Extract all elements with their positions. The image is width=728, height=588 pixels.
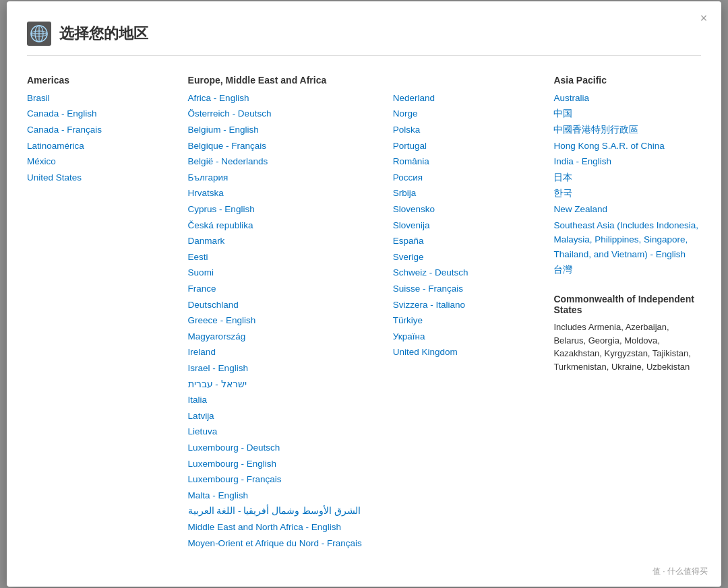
americas-heading: Americas (27, 75, 175, 86)
japan-link[interactable]: 日本 (553, 172, 572, 183)
schweiz-deutsch-link[interactable]: Schweiz - Deutsch (393, 267, 468, 277)
canada-francais-link[interactable]: Canada - Français (27, 125, 102, 135)
list-item: United Kingdom (393, 345, 541, 360)
cis-heading: Commonwealth of Independent States (553, 294, 701, 315)
turkiye-link[interactable]: Türkiye (393, 315, 423, 325)
list-item: Australia (553, 91, 701, 106)
emea-heading: Europe, Middle East and Africa (188, 75, 380, 86)
list-item: Greece - English (188, 313, 380, 328)
italia-link[interactable]: Italia (188, 395, 208, 405)
mena-english-link[interactable]: Middle East and North Africa - English (188, 522, 341, 532)
list-item: الشرق الأوسط وشمال أفريقيا - اللغة العرب… (188, 504, 380, 519)
list-item: Latinoamérica (27, 139, 175, 154)
osterreich-link[interactable]: Österreich - Deutsch (188, 108, 272, 119)
cis-description: Includes Armenia, Azerbaijan, Belarus, G… (553, 321, 701, 373)
modal: 选择您的地区 × Americas Brasil Canada - Englis… (7, 1, 721, 587)
greece-english-link[interactable]: Greece - English (188, 315, 256, 325)
suomi-link[interactable]: Suomi (188, 267, 214, 277)
france-link[interactable]: France (188, 284, 216, 294)
bulgaria-link[interactable]: България (188, 172, 229, 183)
china-hk-traditional-link[interactable]: 中國香港特別行政區 (553, 125, 638, 135)
latvija-link[interactable]: Latvija (188, 411, 214, 421)
list-item: Belgique - Français (188, 139, 380, 154)
sverige-link[interactable]: Sverige (393, 252, 424, 262)
suisse-francais-link[interactable]: Suisse - Français (393, 284, 463, 294)
list-item: România (393, 154, 541, 169)
list-item: 한국 (553, 186, 701, 201)
svizzera-italiano-link[interactable]: Svizzera - Italiano (393, 300, 465, 310)
belgium-english-link[interactable]: Belgium - English (188, 125, 259, 135)
africa-english-link[interactable]: Africa - English (188, 93, 249, 103)
close-button[interactable]: × (697, 12, 710, 26)
united-kingdom-link[interactable]: United Kingdom (393, 347, 458, 357)
eesti-link[interactable]: Eesti (188, 252, 208, 262)
list-item: Norge (393, 106, 541, 121)
list-item: ישראל - עברית (188, 377, 380, 392)
korea-link[interactable]: 한국 (553, 188, 572, 198)
emea-column: Europe, Middle East and Africa Africa - … (188, 75, 393, 566)
slovensko-link[interactable]: Slovensko (393, 204, 435, 214)
list-item: Portugal (393, 139, 541, 154)
cyprus-english-link[interactable]: Cyprus - English (188, 204, 255, 214)
danmark-link[interactable]: Danmark (188, 236, 225, 246)
mena-arabic-link[interactable]: الشرق الأوسط وشمال أفريقيا - اللغة العرب… (188, 504, 380, 519)
ukraina-link[interactable]: Україна (393, 331, 425, 341)
taiwan-link[interactable]: 台灣 (553, 265, 572, 275)
content-columns: Americas Brasil Canada - English Canada … (27, 75, 701, 566)
list-item: Brasil (27, 91, 175, 106)
latinoamerica-link[interactable]: Latinoamérica (27, 141, 84, 151)
list-item: Moyen-Orient et Afrique du Nord - França… (188, 536, 380, 551)
apac-heading: Asia Pacific (553, 75, 701, 86)
brasil-link[interactable]: Brasil (27, 93, 50, 103)
list-item: Middle East and North Africa - English (188, 520, 380, 535)
romania-link[interactable]: România (393, 156, 429, 166)
ireland-link[interactable]: Ireland (188, 347, 216, 357)
portugal-link[interactable]: Portugal (393, 141, 427, 151)
israel-hebrew-link[interactable]: ישראל - עברית (188, 379, 247, 389)
southeast-asia-link[interactable]: Southeast Asia (Includes Indonesia, Mala… (553, 220, 698, 259)
polska-link[interactable]: Polska (393, 125, 421, 135)
luxembourg-deutsch-link[interactable]: Luxembourg - Deutsch (188, 443, 280, 453)
canada-english-link[interactable]: Canada - English (27, 108, 97, 119)
list-item: Magyarország (188, 329, 380, 344)
malta-english-link[interactable]: Malta - English (188, 490, 248, 500)
nederland-link[interactable]: Nederland (393, 93, 435, 103)
magyarorszag-link[interactable]: Magyarország (188, 331, 246, 341)
israel-english-link[interactable]: Israel - English (188, 363, 248, 373)
luxembourg-francais-link[interactable]: Luxembourg - Français (188, 474, 282, 484)
list-item: Россия (393, 170, 541, 185)
united-states-link[interactable]: United States (27, 172, 82, 183)
list-item: Danmark (188, 234, 380, 249)
modal-header: 选择您的地区 (27, 22, 701, 56)
russia-link[interactable]: Россия (393, 172, 423, 183)
slovenija-link[interactable]: Slovenija (393, 220, 430, 230)
china-link[interactable]: 中国 (553, 108, 572, 119)
list-item: Cyprus - English (188, 202, 380, 217)
list-item: Türkiye (393, 313, 541, 328)
emea-column2: placeholder Nederland Norge Polska Portu… (393, 75, 554, 566)
hrvatska-link[interactable]: Hrvatska (188, 188, 224, 198)
belgique-link[interactable]: Belgique - Français (188, 141, 266, 151)
australia-link[interactable]: Australia (553, 93, 589, 103)
new-zealand-link[interactable]: New Zealand (553, 204, 607, 214)
mexico-link[interactable]: México (27, 156, 56, 166)
list-item: Canada - Français (27, 123, 175, 137)
espana-link[interactable]: España (393, 236, 424, 246)
mena-francais-link[interactable]: Moyen-Orient et Afrique du Nord - França… (188, 538, 362, 548)
footer-text: 值 · 什么值得买 (653, 566, 708, 577)
hong-kong-sar-link[interactable]: Hong Kong S.A.R. of China (553, 141, 664, 151)
deutschland-link[interactable]: Deutschland (188, 300, 239, 310)
ceska-link[interactable]: Česká republika (188, 220, 253, 230)
list-item: Suisse - Français (393, 282, 541, 296)
list-item: 中國香港特別行政區 (553, 123, 701, 137)
list-item: Україна (393, 329, 541, 344)
norge-link[interactable]: Norge (393, 108, 418, 119)
luxembourg-english-link[interactable]: Luxembourg - English (188, 459, 276, 469)
belgie-link[interactable]: België - Nederlands (188, 156, 268, 166)
india-english-link[interactable]: India - English (553, 156, 611, 166)
srbija-link[interactable]: Srbija (393, 188, 417, 198)
list-item: Österreich - Deutsch (188, 106, 380, 121)
lietuva-link[interactable]: Lietuva (188, 426, 218, 436)
list-item: Slovensko (393, 202, 541, 217)
list-item: United States (27, 170, 175, 185)
